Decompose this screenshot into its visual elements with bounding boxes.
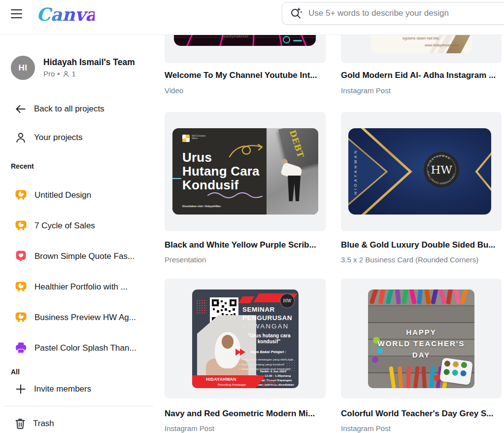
sidebar-item-untitled-design[interactable]: Untitled Design	[15, 189, 91, 201]
canva-projects-page: beautymakeset egoisme dalam hati kita. w…	[0, 0, 504, 433]
thumbnail-teachers-day[interactable]: HAPPY WORLD TEACHER'S DAY	[368, 289, 474, 388]
design-title: Black and White Yellow Purple Scrib...	[165, 240, 326, 250]
svg-text:Canva: Canva	[36, 4, 95, 25]
eid-text-line1: egoisme dalam hati kita.	[403, 36, 439, 40]
magic-search-icon	[290, 7, 302, 20]
banner-role: Perunding Kewangan	[218, 383, 246, 386]
sidebar-item-brown-simple-quote[interactable]: Brown Simple Quote Fas...	[15, 250, 134, 262]
menu-icon[interactable]	[11, 8, 23, 19]
slide-logo-caption: Add Company Name	[192, 135, 208, 140]
member-count: 1	[72, 70, 76, 78]
gold-chevrons: HIDAYAHWAN HWII TRUST CONSULTANT HW	[348, 128, 491, 215]
sidebar-item-7-cycle-of-sales[interactable]: 7 Cycle of Sales	[15, 219, 95, 232]
search-input[interactable]	[308, 8, 496, 18]
plus-icon	[15, 383, 27, 395]
trash-button[interactable]: Trash	[15, 418, 54, 430]
watercolor-palette	[439, 358, 473, 385]
badge-monogram: HW	[431, 163, 452, 176]
hw-badge: HW	[280, 293, 295, 308]
scribble-underline	[207, 191, 264, 198]
design-title: Navy and Red Geometric Modern Mi...	[165, 409, 326, 419]
trash-label: Trash	[33, 419, 54, 429]
thumbnail-business-card[interactable]: HIDAYAHWAN HWII TRUST CONSULTANT HW HIDA…	[348, 128, 491, 215]
plan-badge: Pro	[43, 70, 55, 78]
print-icon	[15, 342, 27, 354]
thumb-caption: beautymakeset	[174, 35, 296, 38]
sidebar-item-business-preview[interactable]: Business Preview HW Ag...	[15, 311, 136, 324]
design-type: 3.5 x 2 Business Card (Rounded Corners)	[341, 255, 478, 264]
thumbnail-eid-post[interactable]: egoisme dalam hati kita. www.hidayahwan.…	[370, 35, 472, 53]
seminar-heading3: KEWANGAN	[242, 323, 289, 330]
design-type: Instagram Post	[165, 424, 214, 433]
design-type: Instagram Post	[341, 424, 391, 433]
invite-members-button[interactable]: Invite members	[15, 383, 91, 395]
design-type: Instagram Post	[341, 86, 391, 95]
member-icon	[63, 71, 69, 77]
trash-icon	[15, 418, 26, 430]
banner-name: HIDAYAHWAN	[206, 377, 236, 382]
design-search-bar[interactable]	[282, 2, 504, 25]
seminar-heading1: SEMINAR	[242, 306, 275, 313]
design-title: Gold Modern Eid Al- Adha Instagram ...	[341, 71, 504, 80]
seminar-quote: "Urus hutang cara kondusif"	[245, 333, 293, 344]
sidebar: HI Hidayah Ismail's Team Pro • 1 Back to…	[0, 35, 163, 433]
presentation-icon	[15, 189, 27, 201]
bizcard-vertical-name: HIDAYAHWAN	[353, 148, 358, 194]
top-header: Canva	[0, 0, 504, 35]
design-title: Welcome To My Channel Youtube Int...	[165, 71, 326, 80]
design-type: Video	[165, 86, 183, 95]
sidebar-divider	[4, 406, 153, 406]
thumbnail-seminar-post[interactable]: HW SEMINAR PENGURUSAN KEWANGAN "Urus hut…	[192, 289, 299, 388]
presentation-icon	[15, 281, 27, 293]
back-label: Back to all projects	[34, 104, 104, 114]
sidebar-item-pastel-color-splash[interactable]: Pastel Color Splash Than...	[15, 342, 136, 354]
design-title: Colorful World Teacher's Day Grey S...	[341, 409, 504, 419]
team-avatar[interactable]: HI	[11, 56, 35, 80]
slide-byline: Disediakan oleh: HidayahWan	[182, 205, 221, 208]
thumbnail-presentation-slide[interactable]: Add Company Name Urus Hutang Cara Kondus…	[172, 128, 318, 215]
design-type: Presentation	[165, 255, 206, 264]
debt-photo: DEBT	[267, 128, 318, 215]
recent-section-header: Recent	[11, 162, 34, 170]
teachers-day-message: HAPPY WORLD TEACHER'S DAY	[368, 328, 474, 359]
neon-ring	[283, 36, 290, 43]
presentation-icon	[15, 219, 27, 232]
invite-members-label: Invite members	[34, 384, 91, 394]
person-icon	[15, 132, 27, 144]
eid-text-line2: www.hidayahwan.com	[425, 43, 459, 47]
canva-logo[interactable]: Canva	[35, 2, 95, 28]
sidebar-item-your-projects[interactable]: Your projects	[15, 132, 83, 144]
social-heart-icon	[15, 250, 27, 262]
design-title: Blue & Gold Luxury Double Sided Bu...	[341, 240, 504, 250]
your-projects-label: Your projects	[34, 133, 83, 143]
team-name: Hidayah Ismail's Team	[43, 57, 135, 68]
sidebar-item-healthier-portfolio[interactable]: Healthier Portfolio with ...	[15, 281, 128, 293]
back-to-projects-link[interactable]: Back to all projects	[15, 103, 104, 115]
presentation-icon	[15, 311, 27, 324]
seminar-heading2: PENGURUSAN	[242, 314, 292, 322]
slide-logo	[182, 135, 190, 142]
arrow-left-icon	[15, 103, 27, 115]
scribble-arrow	[226, 142, 265, 162]
seminar-learn-label: Saya Bakal Pelajari :	[250, 350, 286, 354]
thumbnail-youtube-intro[interactable]: beautymakeset	[174, 35, 316, 46]
team-meta: Pro • 1	[43, 70, 76, 78]
all-section-header: All	[11, 368, 20, 376]
